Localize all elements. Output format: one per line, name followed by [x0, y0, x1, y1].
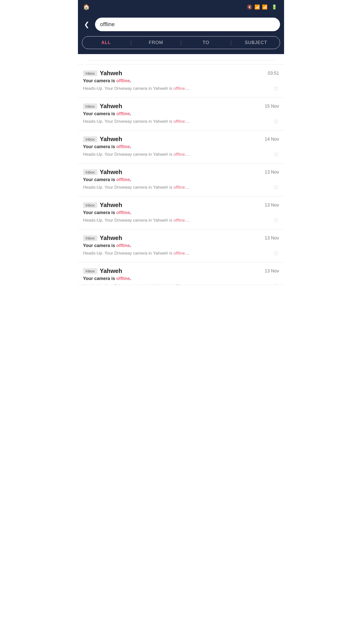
divider-2: | — [180, 40, 182, 46]
email-preview-row: Heads-Up. Your Driveway camera in Yahweh… — [83, 249, 279, 257]
search-header: ❮ — [78, 14, 284, 36]
status-icons: 🔇 📶 📶 🔋 — [247, 4, 279, 10]
offline-highlight: offline — [116, 243, 130, 248]
star-button[interactable]: ☆ — [273, 150, 279, 158]
email-sender-row: Inbox Yahweh — [83, 169, 122, 176]
email-preview-row: Heads-Up. Your Driveway camera in Yahweh… — [83, 183, 279, 191]
email-preview-row: Heads-Up. Your Driveway camera in Yahweh… — [83, 282, 279, 285]
offline-preview-highlight: offline — [173, 218, 185, 223]
star-button[interactable]: ☆ — [273, 216, 279, 224]
filter-tabs: ALL | FROM | TO | SUBJECT — [82, 36, 280, 49]
email-sender-row: Inbox Yahweh — [83, 202, 122, 209]
email-preview: Heads-Up. Your Driveway camera in Yahweh… — [83, 86, 270, 91]
email-sender: Yahweh — [100, 136, 122, 143]
email-time: 15 Nov — [265, 104, 279, 109]
email-preview-row: Heads-Up. Your Driveway camera in Yahweh… — [83, 117, 279, 125]
offline-highlight: offline — [116, 177, 130, 182]
email-time: 14 Nov — [265, 137, 279, 142]
signal-icon: 📶 — [262, 4, 267, 10]
email-item[interactable]: Inbox Yahweh 13 Nov Your camera is offli… — [78, 229, 284, 262]
offline-preview-highlight: offline — [173, 86, 185, 91]
tab-to[interactable]: TO — [182, 36, 230, 49]
results-header — [78, 54, 284, 65]
tab-subject[interactable]: SUBJECT — [232, 36, 280, 49]
email-sender: Yahweh — [100, 169, 122, 176]
email-item[interactable]: Inbox Yahweh 03:51 Your camera is offlin… — [78, 65, 284, 98]
email-subject: Your camera is offline. — [83, 177, 279, 182]
email-subject: Your camera is offline. — [83, 276, 279, 281]
inbox-badge: Inbox — [83, 235, 97, 241]
email-time: 13 Nov — [265, 235, 279, 241]
email-header-row: Inbox Yahweh 03:51 — [83, 70, 279, 77]
inbox-badge: Inbox — [83, 202, 97, 208]
email-sender: Yahweh — [100, 202, 122, 209]
battery-icon: 🔋 — [272, 4, 277, 10]
email-preview: Heads-Up. Your Driveway camera in Yahweh… — [83, 119, 270, 124]
email-item[interactable]: Inbox Yahweh 13 Nov Your camera is offli… — [78, 262, 284, 285]
divider-1: | — [130, 40, 132, 46]
email-preview: Heads-Up. Your Driveway camera in Yahweh… — [83, 251, 270, 256]
email-sender: Yahweh — [100, 267, 122, 274]
inbox-badge: Inbox — [83, 169, 97, 175]
email-preview-row: Heads-Up. Your Driveway camera in Yahweh… — [83, 85, 279, 92]
email-time: 13 Nov — [265, 203, 279, 208]
email-header-row: Inbox Yahweh 13 Nov — [83, 169, 279, 176]
offline-highlight: offline — [116, 144, 130, 149]
tab-from[interactable]: FROM — [132, 36, 180, 49]
email-preview: Heads-Up. Your Driveway camera in Yahweh… — [83, 218, 270, 223]
email-time: 13 Nov — [265, 268, 279, 274]
inbox-badge: Inbox — [83, 103, 97, 109]
search-box — [95, 18, 280, 31]
email-item[interactable]: Inbox Yahweh 13 Nov Your camera is offli… — [78, 164, 284, 196]
offline-highlight: offline — [116, 111, 130, 116]
star-button[interactable]: ☆ — [273, 282, 279, 285]
search-input[interactable] — [100, 21, 273, 28]
results-divider — [87, 60, 275, 60]
email-header-row: Inbox Yahweh 13 Nov — [83, 267, 279, 274]
status-bar: 🏠 🔇 📶 📶 🔋 — [78, 0, 284, 14]
email-sender-row: Inbox Yahweh — [83, 103, 122, 110]
email-sender-row: Inbox Yahweh — [83, 234, 122, 242]
filter-tabs-container: ALL | FROM | TO | SUBJECT — [78, 36, 284, 54]
inbox-badge: Inbox — [83, 136, 97, 142]
offline-highlight: offline — [116, 78, 130, 83]
email-sender-row: Inbox Yahweh — [83, 70, 122, 77]
email-preview: Heads-Up. Your Driveway camera in Yahweh… — [83, 185, 270, 190]
email-subject: Your camera is offline. — [83, 111, 279, 116]
email-subject: Your camera is offline. — [83, 144, 279, 149]
email-sender: Yahweh — [100, 103, 122, 110]
email-header-row: Inbox Yahweh 15 Nov — [83, 103, 279, 110]
tab-all[interactable]: ALL — [82, 36, 130, 49]
divider-3: | — [230, 40, 232, 46]
offline-preview-highlight: offline — [173, 119, 185, 124]
email-preview: Heads-Up. Your Driveway camera in Yahweh… — [83, 152, 270, 157]
email-sender-row: Inbox Yahweh — [83, 136, 122, 143]
offline-preview-highlight: offline — [173, 152, 185, 157]
star-button[interactable]: ☆ — [273, 85, 279, 92]
back-button[interactable]: ❮ — [82, 20, 92, 29]
star-button[interactable]: ☆ — [273, 117, 279, 125]
email-item[interactable]: Inbox Yahweh 13 Nov Your camera is offli… — [78, 196, 284, 229]
email-header-row: Inbox Yahweh 13 Nov — [83, 202, 279, 209]
offline-highlight: offline — [116, 210, 130, 215]
wifi-icon: 📶 — [254, 4, 260, 10]
email-preview-row: Heads-Up. Your Driveway camera in Yahweh… — [83, 150, 279, 158]
offline-preview-highlight: offline — [173, 185, 185, 190]
email-sender-row: Inbox Yahweh — [83, 267, 122, 274]
offline-preview-highlight: offline — [173, 251, 185, 256]
star-button[interactable]: ☆ — [273, 249, 279, 257]
email-item[interactable]: Inbox Yahweh 14 Nov Your camera is offli… — [78, 131, 284, 164]
star-button[interactable]: ☆ — [273, 183, 279, 191]
email-sender: Yahweh — [100, 70, 122, 77]
mute-icon: 🔇 — [247, 4, 252, 10]
email-sender: Yahweh — [100, 234, 122, 242]
offline-preview-highlight: offline — [173, 284, 185, 285]
email-preview-row: Heads-Up. Your Driveway camera in Yahweh… — [83, 216, 279, 224]
email-preview: Heads-Up. Your Driveway camera in Yahweh… — [83, 284, 270, 285]
email-header-row: Inbox Yahweh 14 Nov — [83, 136, 279, 143]
inbox-badge: Inbox — [83, 70, 97, 76]
email-subject: Your camera is offline. — [83, 243, 279, 248]
email-item[interactable]: Inbox Yahweh 15 Nov Your camera is offli… — [78, 98, 284, 131]
email-subject: Your camera is offline. — [83, 210, 279, 215]
email-time: 13 Nov — [265, 170, 279, 175]
